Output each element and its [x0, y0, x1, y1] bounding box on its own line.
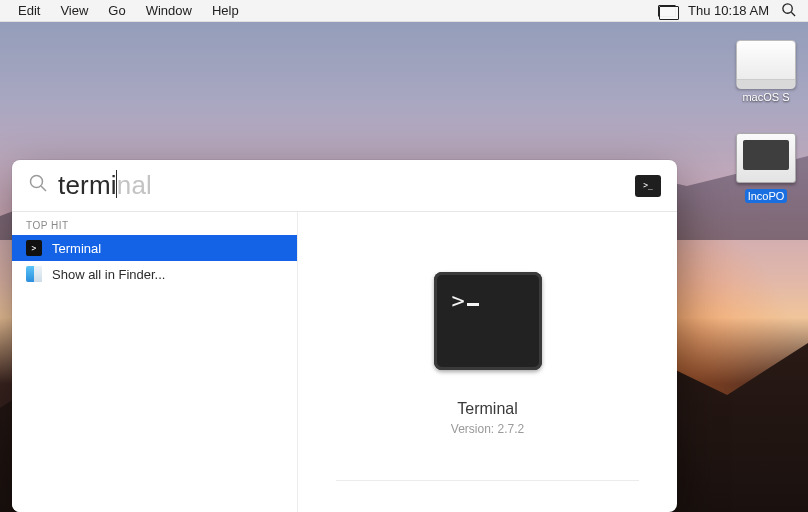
- menubar-tray: Thu 10:18 AM: [658, 2, 800, 20]
- displays-icon[interactable]: [658, 5, 676, 17]
- svg-point-0: [783, 3, 792, 12]
- menubar-clock[interactable]: Thu 10:18 AM: [688, 3, 769, 18]
- top-hit-thumbnail-icon: >_: [635, 175, 661, 197]
- drive-label: macOS S: [736, 91, 796, 103]
- spotlight-results-list: TOP HIT Terminal Show all in Finder...: [12, 212, 298, 512]
- result-label: Terminal: [52, 241, 101, 256]
- desktop-icons: macOS S IncoPO: [730, 40, 802, 204]
- preview-divider: [336, 480, 639, 481]
- search-typed-text: termi: [58, 170, 117, 200]
- spotlight-menubar-icon[interactable]: [781, 2, 796, 20]
- desktop-drive-macos[interactable]: macOS S: [736, 40, 796, 103]
- spotlight-preview-pane: > Terminal Version: 2.7.2: [298, 212, 677, 512]
- search-icon: [28, 173, 48, 198]
- menu-view[interactable]: View: [50, 0, 98, 22]
- preview-version: Version: 2.7.2: [451, 422, 524, 436]
- results-section-header: TOP HIT: [12, 212, 297, 235]
- spotlight-search-row: terminal >_: [12, 160, 677, 212]
- search-autocomplete-ghost: nal: [117, 170, 152, 200]
- disk-image-icon: [736, 133, 796, 183]
- svg-line-3: [41, 186, 46, 191]
- terminal-app-icon: >: [434, 272, 542, 370]
- finder-icon: [26, 266, 42, 282]
- menu-edit[interactable]: Edit: [8, 0, 50, 22]
- menu-go[interactable]: Go: [98, 0, 135, 22]
- result-terminal[interactable]: Terminal: [12, 235, 297, 261]
- hard-drive-icon: [736, 40, 796, 88]
- spotlight-window: terminal >_ TOP HIT Terminal Show all in…: [12, 160, 677, 512]
- svg-point-2: [31, 176, 43, 188]
- svg-line-1: [791, 12, 795, 16]
- result-label: Show all in Finder...: [52, 267, 165, 282]
- drive-label: IncoPO: [745, 189, 788, 203]
- spotlight-search-input[interactable]: terminal: [58, 170, 635, 201]
- result-show-all-finder[interactable]: Show all in Finder...: [12, 261, 297, 287]
- desktop-drive-incopo[interactable]: IncoPO: [736, 133, 796, 204]
- menu-window[interactable]: Window: [136, 0, 202, 22]
- menu-help[interactable]: Help: [202, 0, 249, 22]
- preview-title: Terminal: [457, 400, 517, 418]
- terminal-icon: [26, 240, 42, 256]
- menubar: Edit View Go Window Help Thu 10:18 AM: [0, 0, 808, 22]
